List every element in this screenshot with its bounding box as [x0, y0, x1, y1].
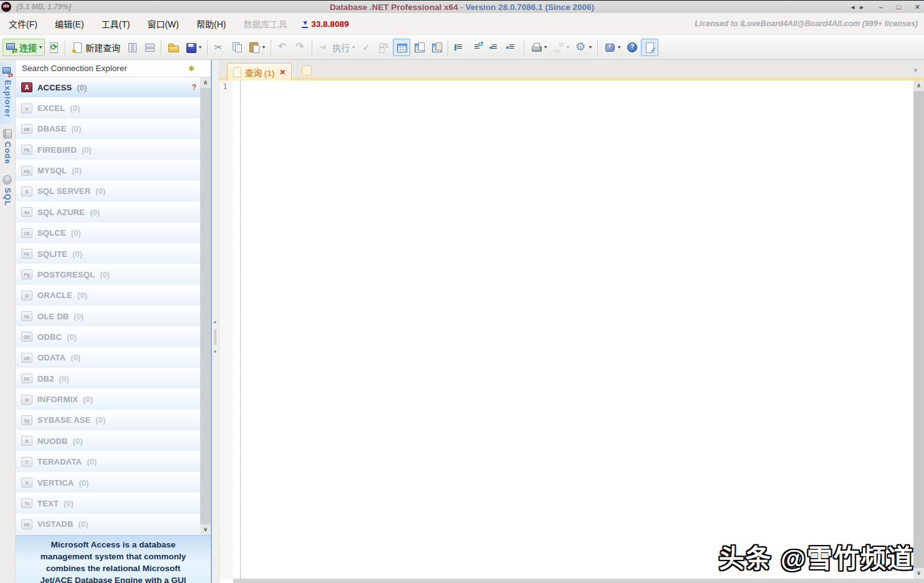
db-item-vistadb[interactable]: VEVISTADB(0)	[16, 514, 200, 535]
sidebar-tab-label: Explorer	[3, 80, 12, 118]
save-button[interactable]: ▾	[182, 39, 205, 56]
db-item-excel[interactable]: XEXCEL(0)	[16, 98, 200, 118]
execute-button[interactable]: 执行▾	[315, 39, 358, 56]
db-item-teradata[interactable]: TTERADATA(0)	[16, 451, 200, 472]
db-item-vertica[interactable]: VVERTICA(0)	[16, 473, 200, 493]
scroll-down-icon[interactable]: ∨	[913, 568, 924, 579]
app-window: {5.1 MB, 1.79%} Database .NET Profession…	[0, 0, 924, 583]
db-item-sqlce[interactable]: CESQLCE(0)	[16, 223, 200, 244]
db-list-wrap: AACCESS(0)?XEXCEL(0)dBDBASE(0)FbFIREBIRD…	[16, 77, 211, 535]
maximize-button[interactable]: □	[897, 1, 901, 13]
db-item-sql-server[interactable]: SSQL SERVER(0)	[16, 181, 200, 202]
db-item-sqlite[interactable]: SQLSQLITE(0)	[16, 244, 200, 264]
menu-item-工具(T)[interactable]: 工具(T)	[93, 13, 139, 34]
query-editor: 查询 (1) ✕ ▼ 1 头条 @雪竹频道 ∧ ∨	[219, 60, 924, 583]
tab-query-1[interactable]: 查询 (1) ✕	[227, 63, 292, 80]
validate-button[interactable]	[358, 39, 375, 56]
excel-icon: X	[21, 104, 32, 113]
copy-button[interactable]	[228, 39, 246, 56]
toolbar-group	[274, 39, 309, 56]
splitter-grip[interactable]	[214, 329, 216, 345]
collapse-left-icon[interactable]: ◂	[213, 348, 216, 354]
sidebar-tab-explorer[interactable]: Explorer	[0, 62, 15, 124]
menu-item-编辑(E)[interactable]: 编辑(E)	[46, 13, 93, 34]
menu-item-文件(F)[interactable]: 文件(F)	[0, 13, 46, 34]
split-vertical-button[interactable]	[123, 39, 141, 56]
paste-button[interactable]: ▾	[246, 39, 268, 56]
new-tab-button[interactable]	[302, 65, 312, 75]
menu-item-帮助(H)[interactable]: 帮助(H)	[188, 13, 234, 34]
undo-button[interactable]	[274, 39, 292, 56]
split-horizontal-button[interactable]	[141, 39, 158, 56]
db-item-nuodb[interactable]: NNUODB(0)	[16, 431, 200, 451]
scroll-down-icon[interactable]: ∨	[200, 524, 211, 535]
vertica-icon: V	[21, 478, 32, 488]
search-connection-input[interactable]: Search Connection Explorer ✱	[16, 60, 211, 77]
spell-check-button[interactable]	[641, 39, 658, 56]
db-item-access[interactable]: AACCESS(0)?	[16, 77, 200, 98]
db-item-odbc[interactable]: ODODBC(0)	[16, 327, 200, 347]
editor-vertical-scrollbar[interactable]: ∧ ∨	[913, 80, 924, 579]
db-item-sql-azure[interactable]: AzSQL AZURE(0)	[16, 202, 200, 223]
indent-decrease-button[interactable]	[486, 39, 504, 56]
print-button[interactable]: ▾	[527, 39, 550, 56]
format-indent-button[interactable]	[469, 39, 486, 56]
db-item-sybase-ase[interactable]: SySYBASE ASE(0)	[16, 410, 200, 431]
results-grid-text-button[interactable]	[410, 39, 428, 56]
help-indicator[interactable]: ?	[192, 83, 196, 92]
sidebar-tab-code[interactable]: Code	[0, 124, 15, 171]
indent-increase-button[interactable]	[504, 39, 521, 56]
scroll-up-icon[interactable]: ∧	[200, 77, 211, 88]
star-icon[interactable]: ✱	[188, 64, 195, 73]
folder-open-icon	[168, 42, 179, 53]
connect-button[interactable]: 连接▾	[2, 39, 45, 56]
update-badge[interactable]: ▼ 33.8.8089	[302, 19, 349, 29]
db-item-ole-db[interactable]: OLOLE DB(0)	[16, 306, 200, 327]
scroll-up-icon[interactable]: ∧	[913, 80, 924, 91]
db-item-informix[interactable]: IXINFORMIX(0)	[16, 389, 200, 410]
open-file-button[interactable]	[165, 39, 182, 56]
refresh-connections-button[interactable]	[45, 39, 62, 56]
code-input-area[interactable]	[241, 80, 913, 579]
db-item-name: TEXT	[37, 499, 59, 508]
db-list-scrollbar[interactable]: ∧ ∨	[200, 77, 211, 535]
tab-close-icon[interactable]: ✕	[279, 68, 286, 77]
toolbar-group: 连接▾	[2, 39, 62, 56]
execution-plan-button[interactable]	[375, 39, 393, 56]
paste-icon	[249, 42, 260, 53]
db-item-odata[interactable]: oDODATA(0)	[16, 348, 200, 369]
close-button[interactable]: ✕	[915, 1, 920, 13]
nav-arrows-icon[interactable]: ◂ ▸	[851, 1, 865, 13]
db-item-count: (0)	[72, 166, 82, 175]
redo-button[interactable]	[292, 39, 309, 56]
results-grid-file-button[interactable]	[428, 39, 445, 56]
db-item-text[interactable]: TxTEXT(0)	[16, 493, 200, 514]
about-help-button[interactable]	[623, 39, 641, 56]
editor-horizontal-scrollbar[interactable]	[233, 579, 924, 583]
db-item-oracle[interactable]: OORACLE(0)	[16, 286, 200, 306]
vistadb-icon: VE	[21, 519, 32, 529]
minimize-button[interactable]: –	[879, 1, 883, 13]
settings-button[interactable]: ▾	[572, 39, 595, 56]
db-item-count: (0)	[79, 519, 89, 529]
db-item-firebird[interactable]: FbFIREBIRD(0)	[16, 140, 200, 160]
sqlazure-icon: Az	[21, 207, 32, 217]
panel-splitter[interactable]: ◂ ◂	[212, 60, 219, 583]
db-item-mysql[interactable]: myMYSQL(0)	[16, 160, 200, 181]
db-item-db2[interactable]: D2DB2(0)	[16, 369, 200, 389]
sql-icon	[2, 174, 13, 185]
tab-list-caret-icon[interactable]: ▼	[913, 67, 918, 74]
menu-item-窗口(W)[interactable]: 窗口(W)	[138, 13, 188, 34]
db-item-postgresql[interactable]: PgPOSTGRESQL(0)	[16, 264, 200, 285]
db-item-dbase[interactable]: dBDBASE(0)	[16, 119, 200, 140]
collapse-left-icon[interactable]: ◂	[213, 319, 216, 325]
sql-tools-button[interactable]: ▾	[550, 39, 572, 56]
sidebar-tab-sql[interactable]: SQL	[0, 170, 15, 213]
format-sql-button[interactable]	[451, 39, 469, 56]
menu-item-数据库工具[interactable]: 数据库工具	[234, 13, 296, 34]
results-grid-button[interactable]	[393, 39, 410, 56]
new-query-button[interactable]: 新建查询	[69, 39, 123, 56]
cut-button[interactable]	[211, 39, 228, 56]
help-book-button[interactable]: ▾	[601, 39, 623, 56]
grid-icon	[396, 42, 407, 53]
